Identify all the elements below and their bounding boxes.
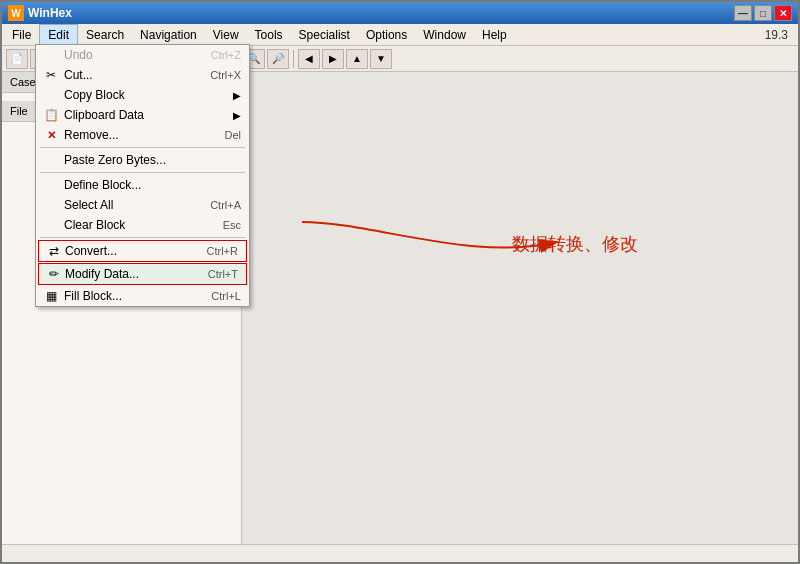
cut-icon: ✂ [40, 68, 62, 82]
app-icon: W [8, 5, 24, 21]
clipboard-label: Clipboard Data [64, 108, 144, 122]
remove-shortcut: Del [224, 129, 241, 141]
clear-block-label: Clear Block [64, 218, 125, 232]
menu-item-convert[interactable]: ⇄ Convert... Ctrl+R [38, 240, 247, 262]
modify-data-icon: ✏ [43, 267, 65, 281]
window-title: WinHex [28, 6, 72, 20]
title-bar-buttons: — □ ✕ [734, 5, 792, 21]
menu-item-copy-block[interactable]: Copy Block ▶ [36, 85, 249, 105]
toolbar-btn-down[interactable]: ▼ [370, 49, 392, 69]
menu-item-paste-zero[interactable]: Paste Zero Bytes... [36, 150, 249, 170]
modify-data-label: Modify Data... [65, 267, 139, 281]
version-label: 19.3 [765, 28, 796, 42]
fill-block-icon: ▦ [40, 289, 62, 303]
menu-item-fill-block[interactable]: ▦ Fill Block... Ctrl+L [36, 286, 249, 306]
menu-options[interactable]: Options [358, 24, 415, 45]
convert-shortcut: Ctrl+R [207, 245, 238, 257]
title-bar-left: W WinHex [8, 5, 72, 21]
status-bar [2, 544, 798, 562]
minimize-button[interactable]: — [734, 5, 752, 21]
toolbar-btn-left[interactable]: ◀ [298, 49, 320, 69]
separator-3 [40, 237, 245, 238]
define-block-label: Define Block... [64, 178, 141, 192]
clear-block-shortcut: Esc [223, 219, 241, 231]
menu-item-clear-block[interactable]: Clear Block Esc [36, 215, 249, 235]
toolbar-btn-new[interactable]: 📄 [6, 49, 28, 69]
separator-2 [40, 172, 245, 173]
menu-item-undo[interactable]: Undo Ctrl+Z [36, 45, 249, 65]
menu-item-define-block[interactable]: Define Block... [36, 175, 249, 195]
modify-data-shortcut: Ctrl+T [208, 268, 238, 280]
remove-label: Remove... [64, 128, 119, 142]
remove-icon: ✕ [40, 129, 62, 142]
toolbar-btn-up[interactable]: ▲ [346, 49, 368, 69]
undo-label: Undo [64, 48, 93, 62]
fill-block-shortcut: Ctrl+L [211, 290, 241, 302]
fill-block-label: Fill Block... [64, 289, 122, 303]
copy-block-arrow: ▶ [233, 90, 241, 101]
copy-block-label: Copy Block [64, 88, 125, 102]
menu-window[interactable]: Window [415, 24, 474, 45]
menu-search[interactable]: Search [78, 24, 132, 45]
cut-label: Cut... [64, 68, 93, 82]
convert-icon: ⇄ [43, 244, 65, 258]
menu-bar: File Edit Search Navigation View Tools S… [2, 24, 798, 46]
menu-specialist[interactable]: Specialist [291, 24, 358, 45]
select-all-shortcut: Ctrl+A [210, 199, 241, 211]
toolbar-btn-right[interactable]: ▶ [322, 49, 344, 69]
menu-navigation[interactable]: Navigation [132, 24, 205, 45]
title-bar: W WinHex — □ ✕ [2, 2, 798, 24]
menu-item-clipboard-data[interactable]: 📋 Clipboard Data ▶ [36, 105, 249, 125]
menu-view[interactable]: View [205, 24, 247, 45]
menu-file[interactable]: File [4, 24, 39, 45]
toolbar-sep4 [293, 50, 294, 68]
menu-item-modify-data[interactable]: ✏ Modify Data... Ctrl+T [38, 263, 247, 285]
annotation-arrow [292, 212, 572, 272]
menu-help[interactable]: Help [474, 24, 515, 45]
close-button[interactable]: ✕ [774, 5, 792, 21]
right-panel: 数据转换、修改 [242, 72, 798, 544]
toolbar-btn-zoom-out[interactable]: 🔎 [267, 49, 289, 69]
separator-1 [40, 147, 245, 148]
convert-label: Convert... [65, 244, 117, 258]
maximize-button[interactable]: □ [754, 5, 772, 21]
edit-dropdown-menu: Undo Ctrl+Z ✂ Cut... Ctrl+X Copy Block ▶… [35, 44, 250, 307]
menu-item-select-all[interactable]: Select All Ctrl+A [36, 195, 249, 215]
clipboard-arrow: ▶ [233, 110, 241, 121]
menu-edit[interactable]: Edit [39, 24, 78, 45]
paste-zero-label: Paste Zero Bytes... [64, 153, 166, 167]
menu-item-remove[interactable]: ✕ Remove... Del [36, 125, 249, 145]
clipboard-icon: 📋 [40, 108, 62, 122]
menu-item-cut[interactable]: ✂ Cut... Ctrl+X [36, 65, 249, 85]
undo-shortcut: Ctrl+Z [211, 49, 241, 61]
cut-shortcut: Ctrl+X [210, 69, 241, 81]
select-all-label: Select All [64, 198, 113, 212]
menu-tools[interactable]: Tools [247, 24, 291, 45]
